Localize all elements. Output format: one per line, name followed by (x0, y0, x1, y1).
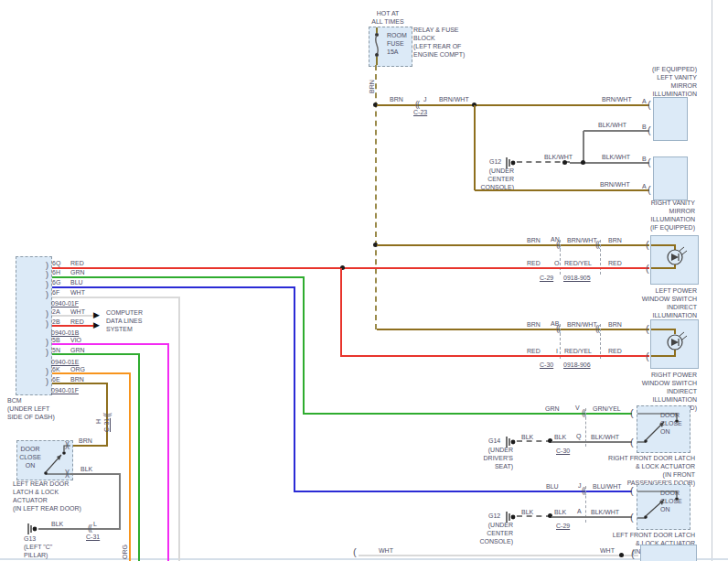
pin-icon: ) (46, 320, 48, 329)
led-icon (651, 235, 697, 283)
pin-icon: ( (648, 100, 651, 110)
fuse-icon (370, 27, 383, 65)
wire-blkwht-vert (583, 131, 584, 162)
wire-label-blu: BLU (546, 482, 559, 491)
bcm-name: BCM (UNDER LEFT SIDE OF DASH) (7, 396, 55, 421)
wire-org-vert (129, 373, 131, 561)
relay-fuse-block-label: RELAY & FUSE BLOCK (LEFT REAR OF ENGINE … (413, 26, 465, 59)
wire-label-brnwht: BRN/WHT (600, 180, 630, 189)
pin-icon: ( (646, 264, 649, 274)
wire-label-blk: BLK (80, 465, 92, 473)
wire-wht-bottom (359, 555, 638, 556)
pin-icon: ) (46, 368, 48, 376)
pin-icon: ) (46, 310, 48, 318)
connector-icon: (( (595, 325, 599, 333)
wire-label-redyel: RED/YEL (564, 259, 592, 267)
connector-ref-0918-905: 0918-905 (563, 274, 591, 282)
pin-icon: )( (65, 441, 69, 449)
pin-icon: ) (46, 378, 48, 386)
data-line-arrow-icon: ▶ (93, 311, 99, 319)
junction-dot (619, 553, 624, 557)
pin-label-a: A (642, 97, 647, 105)
fuse-label: ROOM FUSE 15A (387, 31, 407, 56)
pin-icon: ) (46, 262, 48, 270)
connector-ref-c29: C-29 (540, 274, 553, 282)
pin-label-q: Q (576, 432, 581, 440)
ground-name-g12: G12 (489, 157, 501, 166)
bcm-pin-color: WHT (70, 288, 85, 297)
bcm-pin-color: GRN (70, 268, 85, 276)
bcm-pin-color: RED (70, 259, 84, 267)
wire-blk-ground-row (38, 528, 121, 530)
junction-dot (581, 160, 585, 165)
pin-icon: ) (46, 291, 48, 299)
frame-right (712, 0, 712, 561)
bcm-conn-ref: 0940-01F (51, 299, 79, 307)
pin-icon: ( (648, 157, 651, 167)
left-vanity-title: (IF EQUIPPED) LEFT VANITY MIRROR ILLUMIN… (629, 65, 697, 98)
pin-label-j: J (578, 481, 582, 490)
ground-loc-g14: (UNDER DRIVER'S SEAT) (471, 446, 513, 470)
wire-grn-6h (52, 276, 305, 278)
wire-vio-5b (52, 343, 169, 345)
bcm-pin-color: BLU (70, 278, 83, 286)
wire-label-brn: BRN (527, 236, 541, 244)
bcm-pin-id: 6Q (52, 259, 60, 267)
wire-blu-6g (52, 286, 295, 288)
wire-brn-to-switch (70, 445, 108, 447)
pin-icon: ) (46, 349, 48, 357)
wire-label-blkwht: BLK/WHT (591, 508, 619, 516)
wire-brnwht-a2 (475, 189, 649, 191)
wire-label-blkwht: BLK/WHT (598, 121, 626, 129)
pin-icon: ( (646, 240, 649, 250)
pin-label-i: I (556, 347, 558, 355)
pin-icon: )( (65, 469, 69, 478)
wire-blk-vert (119, 474, 121, 530)
left-vanity-mirror-box (653, 97, 688, 141)
door-switch-icon (16, 440, 71, 479)
wire-label-red: RED (527, 259, 541, 267)
ground-icon-g13 (26, 523, 38, 535)
ground-name-g13: G13 (24, 534, 36, 543)
wire-blk-q (551, 441, 632, 443)
connector-divider (600, 240, 601, 275)
connector-pin-h: H (94, 419, 102, 424)
wire-label-red: RED (608, 259, 622, 267)
pin-icon: ( (630, 437, 634, 448)
bcm-pin-id: 6G (52, 278, 60, 286)
connector-ref-0918-906: 0918-906 (563, 361, 591, 369)
connector-icon: (( (88, 524, 91, 533)
connector-ref-c31: C-31 (86, 533, 100, 541)
wire-bracket-icon: ( (353, 547, 357, 557)
pin-icon: ) (46, 281, 48, 289)
ground-loc-g13: (LEFT "C" PILLAR) (24, 543, 52, 559)
wire-label-blk: BLK (554, 508, 566, 516)
pin-label-v: V (575, 404, 580, 412)
ground-loc-g12: (UNDER CENTER CONSOLE) (469, 521, 513, 545)
wire-brn-vertical-label: BRN (368, 80, 376, 93)
wire-label-brn: BRN (390, 95, 403, 103)
right-vanity-mirror-box (653, 156, 688, 200)
wire-label-brnwht: BRN/WHT (602, 95, 632, 103)
wire-wht-vert (178, 297, 180, 561)
connector-divider (560, 324, 561, 359)
door-switch-icon (637, 405, 689, 451)
pin-icon: ( (646, 324, 649, 334)
wire-label-grnyel: GRN/YEL (593, 405, 621, 413)
wire-label-blkwht: BLK/WHT (591, 433, 619, 441)
partial-bottom-box (640, 545, 697, 561)
bcm-pin-id: 6F (52, 288, 59, 297)
ground-name-g12: G12 (488, 512, 500, 520)
pin-icon: ( (630, 486, 634, 496)
wire-label-blk: BLK (521, 433, 533, 441)
wire-brn-ab (377, 329, 649, 330)
wire-label-wht: WHT (600, 546, 615, 555)
wire-red-i (340, 355, 649, 357)
connector-icon: (( (595, 241, 599, 249)
pin-icon: ( (630, 408, 634, 418)
wire-brn-an (377, 244, 649, 246)
wire-label-brn: BRN (608, 320, 622, 329)
wire-label-blkwht: BLK/WHT (602, 153, 630, 161)
pin-icon: ( (646, 351, 649, 361)
pin-icon: ( (648, 125, 651, 135)
